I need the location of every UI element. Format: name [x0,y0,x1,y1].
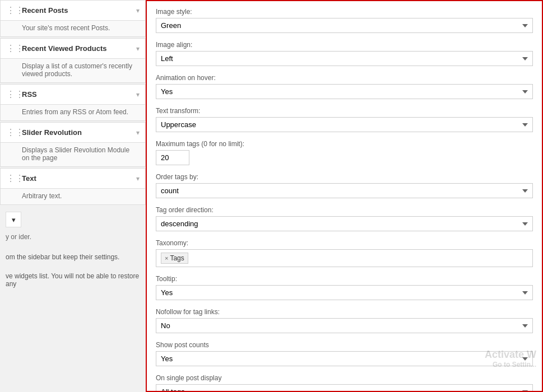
nofollow-select[interactable]: No Yes [156,318,533,333]
drag-handle-icon[interactable]: ⋮⋮ [6,89,17,100]
left-panel: ⋮⋮ Recent Posts ▾ Your site's most recen… [0,0,146,392]
widget-recent-posts: ⋮⋮ Recent Posts ▾ Your site's most recen… [0,0,146,37]
maximum-tags-label: Maximum tags (0 for no limit): [156,140,533,148]
image-align-group: Image align: Left Center Right [156,41,533,66]
watermark-sub-text: Go to Settin... [485,361,536,368]
nofollow-label: Nofollow for tag links: [156,308,533,316]
show-post-counts-label: Show post counts [156,341,533,349]
rss-title: RSS [22,90,136,99]
recent-viewed-desc: Display a list of a customer's recently … [0,59,146,83]
widget-recent-posts-header[interactable]: ⋮⋮ Recent Posts ▾ [0,0,146,21]
slider-title: Slider Revolution [22,128,136,137]
tooltip-group: Tooltip: Yes No [156,275,533,300]
text-title: Text [22,174,136,183]
recent-posts-title: Recent Posts [22,6,136,15]
chevron-down-icon: ▾ [136,129,140,137]
recent-posts-desc: Your site's most recent Posts. [0,21,146,37]
image-align-label: Image align: [156,41,533,49]
expand-button[interactable]: ▾ [6,212,21,227]
taxonomy-tag-label: Tags [170,254,184,262]
chevron-down-icon: ▾ [136,45,140,53]
animation-hover-label: Animation on hover: [156,74,533,82]
taxonomy-label: Taxonomy: [156,239,533,247]
rss-desc: Entries from any RSS or Atom feed. [0,105,146,121]
image-align-select[interactable]: Left Center Right [156,51,533,66]
bottom-text-1: om the sidebar but keep their settings. [6,248,140,267]
maximum-tags-group: Maximum tags (0 for no limit): [156,140,533,165]
partial-text-1: y or ider. [6,230,140,242]
show-post-counts-group: Show post counts Yes No [156,341,533,366]
text-transform-group: Text transform: Uppercase Lowercase Capi… [156,107,533,132]
right-panel: Image style: Green Blue Red Image align:… [146,0,543,392]
chevron-down-icon: ▾ [136,91,140,99]
image-style-group: Image style: Green Blue Red [156,8,533,33]
drag-handle-icon[interactable]: ⋮⋮ [6,127,17,138]
widget-recent-viewed: ⋮⋮ Recent Viewed Products ▾ Display a li… [0,38,146,83]
tag-order-direction-group: Tag order direction: descending ascendin… [156,206,533,231]
taxonomy-tag-badge: × Tags [161,253,188,264]
text-desc: Arbitrary text. [0,189,146,205]
text-transform-label: Text transform: [156,107,533,115]
nofollow-group: Nofollow for tag links: No Yes [156,308,533,333]
image-style-label: Image style: [156,8,533,16]
chevron-down-icon: ▾ [136,175,140,183]
widget-rss-header[interactable]: ⋮⋮ RSS ▾ [0,84,146,105]
drag-handle-icon[interactable]: ⋮⋮ [6,173,17,184]
widget-text: ⋮⋮ Text ▾ Arbitrary text. [0,168,146,205]
taxonomy-field[interactable]: × Tags [156,249,533,267]
drag-handle-icon[interactable]: ⋮⋮ [6,5,17,16]
animation-hover-group: Animation on hover: Yes No [156,74,533,99]
text-transform-select[interactable]: Uppercase Lowercase Capitalize None [156,117,533,132]
watermark: Activate W Go to Settin... [485,349,536,368]
tag-order-direction-label: Tag order direction: [156,206,533,214]
widget-recent-viewed-header[interactable]: ⋮⋮ Recent Viewed Products ▾ [0,38,146,59]
slider-desc: Displays a Slider Revolution Module on t… [0,143,146,167]
extra-expand-area: ▾ y or ider. [0,206,146,245]
bottom-text-2: ve widgets list. You will not be able to… [6,267,140,293]
widget-slider-header[interactable]: ⋮⋮ Slider Revolution ▾ [0,122,146,143]
tooltip-label: Tooltip: [156,275,533,283]
maximum-tags-input[interactable] [156,150,189,165]
drag-handle-icon[interactable]: ⋮⋮ [6,43,17,54]
taxonomy-group: Taxonomy: × Tags [156,239,533,267]
animation-hover-select[interactable]: Yes No [156,84,533,99]
bottom-section: om the sidebar but keep their settings. … [0,245,146,296]
on-single-post-select[interactable]: All tags Related tags None [156,384,533,392]
chevron-down-icon: ▾ [136,7,140,15]
chevron-down-icon: ▾ [12,216,16,224]
tag-order-direction-select[interactable]: descending ascending [156,216,533,231]
recent-viewed-title: Recent Viewed Products [22,44,136,53]
order-tags-group: Order tags by: count name slug term_grou… [156,173,533,198]
watermark-text: Activate W [485,349,536,361]
on-single-post-group: On single post display All tags Related … [156,374,533,392]
order-tags-label: Order tags by: [156,173,533,181]
widget-text-header[interactable]: ⋮⋮ Text ▾ [0,168,146,189]
image-style-select[interactable]: Green Blue Red [156,18,533,33]
on-single-post-label: On single post display [156,374,533,382]
tooltip-select[interactable]: Yes No [156,285,533,300]
tag-remove-icon[interactable]: × [165,255,168,262]
show-post-counts-select[interactable]: Yes No [156,351,533,366]
order-tags-select[interactable]: count name slug term_group [156,183,533,198]
widget-rss: ⋮⋮ RSS ▾ Entries from any RSS or Atom fe… [0,84,146,121]
widget-slider-revolution: ⋮⋮ Slider Revolution ▾ Displays a Slider… [0,122,146,167]
